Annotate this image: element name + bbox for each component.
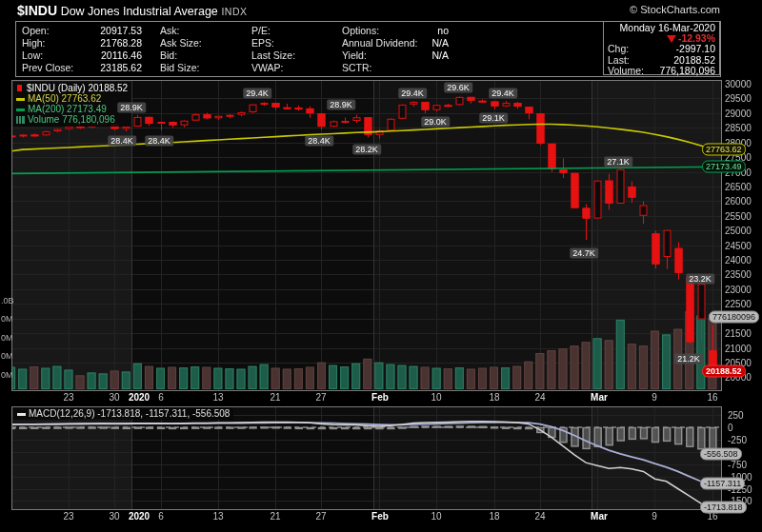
quote-ohlc-row: High:21768.28 (22, 37, 142, 49)
volume-label: Volume: (608, 66, 644, 76)
price-legend: $INDU (Daily) 20188.52 MA(50) 27763.62 M… (13, 82, 131, 127)
quote-value: 20116.46 (101, 49, 142, 62)
symbol-name: Dow Jones Industrial Average (61, 5, 218, 18)
macd-legend: MACD(12,26,9) -1713.818, -1157.311, -556… (13, 407, 233, 420)
quote-label: Options: (342, 25, 379, 37)
stockcharts-chart-page: $INDU Dow Jones Industrial Average INDX … (0, 0, 762, 532)
ma200-swatch-icon (16, 108, 25, 111)
quote-value: no (437, 25, 449, 37)
quote-ohlc-row: Open:20917.53 (22, 25, 142, 37)
ma50-swatch-icon (16, 98, 25, 101)
quote-label: Ask Size: (160, 37, 202, 49)
quote-label: Last Size: (251, 49, 295, 62)
quote-label: VWAP: (251, 62, 283, 74)
quote-bidask-row: Ask Size: (160, 37, 242, 49)
legend-ma200: MA(200) 27173.49 (28, 104, 107, 114)
quote-fund-row: P/E: (251, 25, 339, 37)
quote-panel: Open:20917.53High:21768.28Low:20116.46Pr… (15, 21, 721, 77)
quote-label: High: (22, 37, 46, 49)
quote-label: Ask: (160, 25, 179, 37)
quote-opt-row: Yield:N/A (342, 49, 449, 62)
quote-opt-row: Options:no (342, 25, 449, 37)
quote-label: P/E: (251, 25, 271, 37)
quote-fund-row: Last Size: (251, 49, 339, 62)
legend-volume: Volume 776,180,096 (28, 114, 115, 125)
volume-value: 776,180,096 (660, 66, 715, 76)
legend-macd: MACD(12,26,9) -1713.818, -1157.311, -556… (29, 408, 230, 419)
summary-box: Monday 16-Mar-2020 -12.93% Chg:-2997.10 … (603, 21, 720, 75)
quote-bidask-row: Bid Size: (160, 62, 242, 74)
quote-col-fundamentals: P/E:EPS:Last Size:VWAP: (251, 25, 339, 74)
quote-value: N/A (431, 37, 449, 49)
down-triangle-icon (667, 35, 676, 43)
quote-opt-row: SCTR: (342, 62, 449, 74)
stockcharts-credit-link[interactable]: © StockCharts.com (630, 4, 720, 15)
quote-label: EPS: (251, 37, 274, 49)
quote-label: Open: (22, 25, 50, 37)
quote-col-ohlc: Open:20917.53High:21768.28Low:20116.46Pr… (22, 25, 142, 74)
chg-label: Chg: (608, 44, 629, 54)
quote-label: Low: (22, 49, 43, 62)
symbol: $INDU (17, 3, 57, 18)
macd-swatch-icon (17, 413, 26, 416)
legend-indu: $INDU (Daily) 20188.52 (27, 83, 128, 93)
candlestick-icon (16, 85, 24, 92)
quote-bidask-row: Ask: (160, 25, 242, 37)
quote-label: Bid: (160, 49, 177, 62)
quote-col-bid-ask: Ask:Ask Size:Bid:Bid Size: (160, 25, 242, 74)
quote-label: Annual Dividend: (342, 37, 417, 49)
quote-fund-row: EPS: (251, 37, 339, 49)
quote-label: Prev Close: (22, 62, 73, 74)
title-bar: $INDU Dow Jones Industrial Average INDX (17, 3, 248, 18)
quote-bidask-row: Bid: (160, 49, 242, 62)
quote-col-options: Options:noAnnual Dividend:N/AYield:N/ASC… (342, 25, 449, 74)
quote-fund-row: VWAP: (251, 62, 339, 74)
quote-label: Bid Size: (160, 62, 199, 74)
chg-value: -2997.10 (676, 44, 715, 54)
quote-label: Yield: (342, 49, 367, 62)
quote-opt-row: Annual Dividend:N/A (342, 37, 449, 49)
quote-ohlc-row: Low:20116.46 (22, 49, 142, 62)
chart-canvas (0, 0, 762, 532)
volume-bars-icon (16, 116, 25, 124)
quote-ohlc-row: Prev Close:23185.62 (22, 62, 142, 74)
quote-value: 23185.62 (100, 62, 142, 74)
quote-value: 21768.28 (100, 37, 142, 49)
exchange-label: INDX (221, 6, 247, 17)
quote-value: 20917.53 (100, 25, 142, 37)
quote-value: N/A (431, 49, 449, 62)
quote-label: SCTR: (342, 62, 372, 74)
legend-ma50: MA(50) 27763.62 (28, 93, 101, 104)
